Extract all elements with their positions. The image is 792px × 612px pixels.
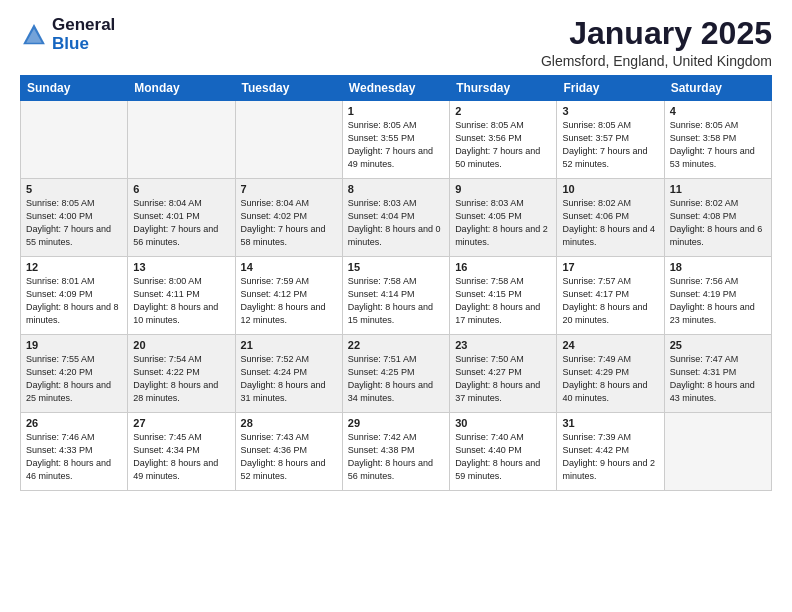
- calendar-cell: 4Sunrise: 8:05 AMSunset: 3:58 PMDaylight…: [664, 101, 771, 179]
- day-number: 19: [26, 339, 122, 351]
- cell-details: Sunrise: 7:45 AMSunset: 4:34 PMDaylight:…: [133, 431, 229, 483]
- day-number: 3: [562, 105, 658, 117]
- day-number: 24: [562, 339, 658, 351]
- logo: General Blue: [20, 16, 115, 53]
- calendar-cell: 30Sunrise: 7:40 AMSunset: 4:40 PMDayligh…: [450, 413, 557, 491]
- calendar-cell: 7Sunrise: 8:04 AMSunset: 4:02 PMDaylight…: [235, 179, 342, 257]
- calendar-cell: 14Sunrise: 7:59 AMSunset: 4:12 PMDayligh…: [235, 257, 342, 335]
- cell-details: Sunrise: 7:43 AMSunset: 4:36 PMDaylight:…: [241, 431, 337, 483]
- col-header-tuesday: Tuesday: [235, 76, 342, 101]
- col-header-friday: Friday: [557, 76, 664, 101]
- cell-details: Sunrise: 8:01 AMSunset: 4:09 PMDaylight:…: [26, 275, 122, 327]
- header: General Blue January 2025 Glemsford, Eng…: [20, 16, 772, 69]
- day-number: 17: [562, 261, 658, 273]
- col-header-monday: Monday: [128, 76, 235, 101]
- calendar-cell: 29Sunrise: 7:42 AMSunset: 4:38 PMDayligh…: [342, 413, 449, 491]
- cell-details: Sunrise: 8:00 AMSunset: 4:11 PMDaylight:…: [133, 275, 229, 327]
- cell-details: Sunrise: 7:39 AMSunset: 4:42 PMDaylight:…: [562, 431, 658, 483]
- day-number: 31: [562, 417, 658, 429]
- cell-details: Sunrise: 7:57 AMSunset: 4:17 PMDaylight:…: [562, 275, 658, 327]
- calendar-cell: 2Sunrise: 8:05 AMSunset: 3:56 PMDaylight…: [450, 101, 557, 179]
- calendar-week-row: 1Sunrise: 8:05 AMSunset: 3:55 PMDaylight…: [21, 101, 772, 179]
- cell-details: Sunrise: 7:55 AMSunset: 4:20 PMDaylight:…: [26, 353, 122, 405]
- calendar-cell: 20Sunrise: 7:54 AMSunset: 4:22 PMDayligh…: [128, 335, 235, 413]
- cell-details: Sunrise: 8:03 AMSunset: 4:05 PMDaylight:…: [455, 197, 551, 249]
- calendar-cell: 6Sunrise: 8:04 AMSunset: 4:01 PMDaylight…: [128, 179, 235, 257]
- cell-details: Sunrise: 7:42 AMSunset: 4:38 PMDaylight:…: [348, 431, 444, 483]
- day-number: 7: [241, 183, 337, 195]
- calendar-week-row: 12Sunrise: 8:01 AMSunset: 4:09 PMDayligh…: [21, 257, 772, 335]
- day-number: 29: [348, 417, 444, 429]
- col-header-saturday: Saturday: [664, 76, 771, 101]
- logo-text: General Blue: [52, 16, 115, 53]
- calendar-cell: 8Sunrise: 8:03 AMSunset: 4:04 PMDaylight…: [342, 179, 449, 257]
- calendar-cell: 27Sunrise: 7:45 AMSunset: 4:34 PMDayligh…: [128, 413, 235, 491]
- day-number: 18: [670, 261, 766, 273]
- cell-details: Sunrise: 8:05 AMSunset: 3:57 PMDaylight:…: [562, 119, 658, 171]
- calendar-cell: 3Sunrise: 8:05 AMSunset: 3:57 PMDaylight…: [557, 101, 664, 179]
- day-number: 1: [348, 105, 444, 117]
- calendar-cell: 19Sunrise: 7:55 AMSunset: 4:20 PMDayligh…: [21, 335, 128, 413]
- calendar-cell: 1Sunrise: 8:05 AMSunset: 3:55 PMDaylight…: [342, 101, 449, 179]
- day-number: 6: [133, 183, 229, 195]
- day-number: 23: [455, 339, 551, 351]
- cell-details: Sunrise: 7:56 AMSunset: 4:19 PMDaylight:…: [670, 275, 766, 327]
- cell-details: Sunrise: 8:04 AMSunset: 4:01 PMDaylight:…: [133, 197, 229, 249]
- cell-details: Sunrise: 7:47 AMSunset: 4:31 PMDaylight:…: [670, 353, 766, 405]
- cell-details: Sunrise: 7:51 AMSunset: 4:25 PMDaylight:…: [348, 353, 444, 405]
- calendar-week-row: 19Sunrise: 7:55 AMSunset: 4:20 PMDayligh…: [21, 335, 772, 413]
- calendar-cell: 11Sunrise: 8:02 AMSunset: 4:08 PMDayligh…: [664, 179, 771, 257]
- day-number: 22: [348, 339, 444, 351]
- day-number: 9: [455, 183, 551, 195]
- calendar-cell: 5Sunrise: 8:05 AMSunset: 4:00 PMDaylight…: [21, 179, 128, 257]
- logo-blue: Blue: [52, 34, 89, 53]
- cell-details: Sunrise: 7:59 AMSunset: 4:12 PMDaylight:…: [241, 275, 337, 327]
- cell-details: Sunrise: 8:02 AMSunset: 4:08 PMDaylight:…: [670, 197, 766, 249]
- cell-details: Sunrise: 7:40 AMSunset: 4:40 PMDaylight:…: [455, 431, 551, 483]
- cell-details: Sunrise: 7:52 AMSunset: 4:24 PMDaylight:…: [241, 353, 337, 405]
- day-number: 12: [26, 261, 122, 273]
- calendar-week-row: 5Sunrise: 8:05 AMSunset: 4:00 PMDaylight…: [21, 179, 772, 257]
- location: Glemsford, England, United Kingdom: [541, 53, 772, 69]
- calendar-cell: [128, 101, 235, 179]
- calendar-cell: 12Sunrise: 8:01 AMSunset: 4:09 PMDayligh…: [21, 257, 128, 335]
- day-number: 14: [241, 261, 337, 273]
- cell-details: Sunrise: 7:50 AMSunset: 4:27 PMDaylight:…: [455, 353, 551, 405]
- day-number: 30: [455, 417, 551, 429]
- month-year: January 2025: [541, 16, 772, 51]
- day-number: 15: [348, 261, 444, 273]
- calendar-cell: [235, 101, 342, 179]
- cell-details: Sunrise: 8:05 AMSunset: 3:56 PMDaylight:…: [455, 119, 551, 171]
- calendar-cell: 17Sunrise: 7:57 AMSunset: 4:17 PMDayligh…: [557, 257, 664, 335]
- day-number: 16: [455, 261, 551, 273]
- cell-details: Sunrise: 7:54 AMSunset: 4:22 PMDaylight:…: [133, 353, 229, 405]
- cell-details: Sunrise: 8:05 AMSunset: 3:55 PMDaylight:…: [348, 119, 444, 171]
- calendar-cell: [664, 413, 771, 491]
- calendar-cell: 25Sunrise: 7:47 AMSunset: 4:31 PMDayligh…: [664, 335, 771, 413]
- day-number: 5: [26, 183, 122, 195]
- day-number: 28: [241, 417, 337, 429]
- logo-icon: [20, 21, 48, 49]
- col-header-thursday: Thursday: [450, 76, 557, 101]
- calendar-cell: 26Sunrise: 7:46 AMSunset: 4:33 PMDayligh…: [21, 413, 128, 491]
- page: General Blue January 2025 Glemsford, Eng…: [0, 0, 792, 501]
- calendar: SundayMondayTuesdayWednesdayThursdayFrid…: [20, 75, 772, 491]
- day-number: 21: [241, 339, 337, 351]
- cell-details: Sunrise: 7:58 AMSunset: 4:15 PMDaylight:…: [455, 275, 551, 327]
- day-number: 11: [670, 183, 766, 195]
- calendar-cell: 16Sunrise: 7:58 AMSunset: 4:15 PMDayligh…: [450, 257, 557, 335]
- calendar-week-row: 26Sunrise: 7:46 AMSunset: 4:33 PMDayligh…: [21, 413, 772, 491]
- calendar-cell: 18Sunrise: 7:56 AMSunset: 4:19 PMDayligh…: [664, 257, 771, 335]
- cell-details: Sunrise: 7:46 AMSunset: 4:33 PMDaylight:…: [26, 431, 122, 483]
- calendar-cell: 13Sunrise: 8:00 AMSunset: 4:11 PMDayligh…: [128, 257, 235, 335]
- col-header-sunday: Sunday: [21, 76, 128, 101]
- calendar-cell: 22Sunrise: 7:51 AMSunset: 4:25 PMDayligh…: [342, 335, 449, 413]
- cell-details: Sunrise: 7:49 AMSunset: 4:29 PMDaylight:…: [562, 353, 658, 405]
- logo-general: General: [52, 15, 115, 34]
- calendar-cell: 15Sunrise: 7:58 AMSunset: 4:14 PMDayligh…: [342, 257, 449, 335]
- calendar-cell: 28Sunrise: 7:43 AMSunset: 4:36 PMDayligh…: [235, 413, 342, 491]
- cell-details: Sunrise: 8:05 AMSunset: 3:58 PMDaylight:…: [670, 119, 766, 171]
- day-number: 20: [133, 339, 229, 351]
- calendar-cell: [21, 101, 128, 179]
- calendar-cell: 9Sunrise: 8:03 AMSunset: 4:05 PMDaylight…: [450, 179, 557, 257]
